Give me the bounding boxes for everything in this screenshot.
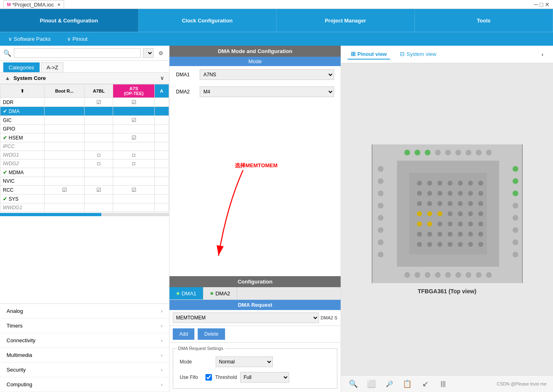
threshold-select[interactable]: Full 1/4 1/2 3/4	[240, 372, 289, 383]
subnav-pinout[interactable]: ∨ Pinout	[59, 32, 96, 46]
col-a7s: A7S(OP-TEE)	[113, 84, 154, 98]
chevron-icon: ▲	[5, 75, 10, 81]
row-ddr[interactable]: DDR	[0, 98, 45, 107]
svg-point-31	[513, 178, 518, 184]
horizontal-scrollbar[interactable]	[0, 213, 169, 216]
mode-section-label: Mode	[169, 57, 341, 66]
svg-point-55	[448, 201, 453, 206]
chevron-right-icon: ›	[161, 381, 163, 388]
svg-point-40	[437, 181, 442, 186]
table-row: ✔ SYS	[0, 195, 169, 204]
nav-pinout[interactable]: Pinout & Configuration	[0, 9, 138, 32]
nav-clock[interactable]: Clock Configuration	[138, 9, 277, 32]
sidebar-item-security[interactable]: Security ›	[0, 363, 169, 377]
sidebar-item-multimedia[interactable]: Multimedia ›	[0, 348, 169, 363]
dma2-status-dot: ●	[210, 290, 214, 297]
zoom-in-icon[interactable]: 🔍	[348, 378, 359, 390]
svg-point-16	[435, 272, 441, 278]
fit-icon[interactable]: ⬜	[366, 378, 377, 390]
add-button[interactable]: Add	[173, 328, 194, 340]
dma-request-row: MEMTOMEM DMA2 S	[169, 310, 341, 326]
svg-point-66	[417, 221, 422, 226]
nav-tools[interactable]: Tools	[415, 9, 553, 32]
use-fifo-label: Use Fifo	[180, 374, 202, 380]
right-panel-collapse[interactable]: ›	[542, 51, 546, 58]
svg-point-54	[437, 201, 442, 206]
dma-request-bar: DMA Request	[169, 300, 341, 310]
zoom-out-icon[interactable]: 🔎	[384, 378, 395, 390]
minimize-icon[interactable]: ─	[534, 1, 538, 8]
settings-legend: DMA Request Settings	[176, 346, 225, 351]
export-icon[interactable]: ↙	[419, 378, 431, 390]
col-a7bl: A7BL	[85, 84, 113, 98]
sidebar-item-analog[interactable]: Analog ›	[0, 304, 169, 319]
table-row: GPIO	[0, 125, 169, 133]
svg-point-7	[435, 150, 441, 155]
window-controls: ─ □ ✕	[534, 1, 550, 8]
delete-button[interactable]: Delete	[198, 328, 225, 340]
svg-point-10	[466, 150, 471, 155]
copy-icon[interactable]: 📋	[401, 378, 413, 390]
config-section-label: Configuration	[169, 276, 341, 287]
config-tab-dma1[interactable]: ● DMA1	[169, 287, 203, 299]
chip-view: TFBGA361 (Top view)	[365, 63, 529, 375]
table-row: IPCC	[0, 142, 169, 151]
svg-point-86	[478, 242, 483, 247]
subnav-software-packs[interactable]: ∨ Software Packs	[0, 32, 59, 46]
table-row: RCC ☑ ☑ ☑	[0, 186, 169, 195]
svg-point-79	[478, 232, 483, 237]
sidebar: 🔍 ⚙ Categories A->Z ▲ System Core ∨ ⬆	[0, 46, 169, 392]
mode-settings-select[interactable]: Normal Circular	[216, 357, 273, 367]
dma1-select[interactable]: A7NS	[200, 69, 334, 80]
tab-close-icon[interactable]: ✕	[57, 2, 60, 7]
main-nav: Pinout & Configuration Clock Configurati…	[0, 9, 553, 32]
system-core-header[interactable]: ▲ System Core ∨	[0, 73, 169, 84]
nav-project[interactable]: Project Manager	[276, 9, 415, 32]
title-bar-tab[interactable]: M *Project_DMA.ioc ✕	[3, 0, 64, 9]
svg-point-50	[468, 191, 473, 196]
svg-point-53	[427, 201, 432, 206]
maximize-icon[interactable]: □	[540, 1, 543, 8]
search-input[interactable]	[14, 48, 140, 58]
svg-point-21	[486, 272, 492, 278]
table-row-dma[interactable]: ✔ DMA	[0, 107, 169, 116]
sidebar-item-timers[interactable]: Timers ›	[0, 319, 169, 333]
svg-point-30	[513, 166, 518, 172]
mode-settings-row: Mode Normal Circular	[176, 354, 334, 370]
svg-point-69	[448, 221, 453, 226]
sidebar-item-computing[interactable]: Computing ›	[0, 377, 169, 392]
view-tab-pinout[interactable]: ⊞ Pinout view	[348, 49, 390, 60]
svg-point-57	[468, 201, 473, 206]
col-sort[interactable]: ⬆	[0, 84, 45, 98]
svg-point-64	[468, 211, 473, 216]
dma-request-select[interactable]: MEMTOMEM	[173, 312, 319, 323]
svg-point-22	[378, 166, 384, 172]
svg-point-28	[378, 239, 384, 245]
system-core-table: ⬆ Boot R... A7BL A7S(OP-TEE) A DDR ☑ ☑	[0, 84, 169, 303]
use-fifo-checkbox[interactable]	[205, 374, 212, 381]
add-delete-row: Add Delete	[169, 326, 341, 343]
svg-point-36	[513, 239, 518, 245]
dma2-label: DMA2	[176, 89, 196, 95]
svg-point-63	[458, 211, 463, 216]
svg-point-52	[417, 201, 422, 206]
svg-point-67	[427, 221, 432, 226]
search-dropdown[interactable]	[143, 48, 154, 58]
tab-categories[interactable]: Categories	[3, 62, 40, 72]
table-row: GIC ☑	[0, 116, 169, 125]
gear-button[interactable]: ⚙	[156, 48, 166, 58]
view-tab-system[interactable]: ⊟ System view	[397, 49, 439, 60]
sidebar-item-connectivity[interactable]: Connectivity ›	[0, 333, 169, 348]
right-panel: ⊞ Pinout view ⊟ System view ›	[341, 46, 553, 392]
dma2-select[interactable]: M4	[200, 86, 334, 97]
close-icon[interactable]: ✕	[545, 1, 550, 8]
tab-az[interactable]: A->Z	[41, 62, 64, 72]
table-row: IWDG2 □ □	[0, 159, 169, 168]
chevron-right-icon: ›	[161, 308, 163, 314]
svg-point-75	[437, 232, 442, 237]
config-tab-dma2[interactable]: ● DMA2	[203, 287, 237, 299]
svg-point-8	[445, 150, 451, 155]
svg-point-29	[378, 252, 384, 257]
grid-icon[interactable]: |||	[437, 378, 449, 390]
svg-point-17	[445, 272, 451, 278]
